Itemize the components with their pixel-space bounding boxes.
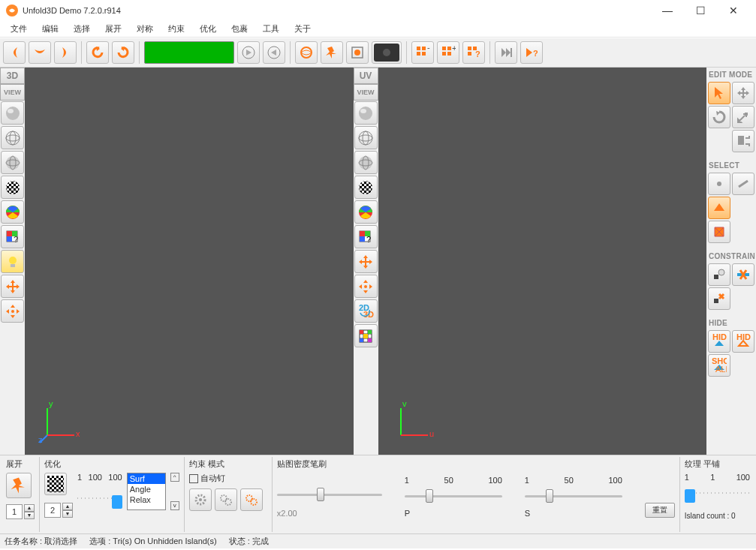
hide-unselected-icon[interactable]: HIDE [732,330,754,353]
uv-move-icon[interactable] [354,250,378,273]
menu-tools[interactable]: 工具 [257,22,285,36]
grid-plus-icon[interactable]: + [437,41,459,64]
optimize-slider[interactable] [77,486,122,509]
hide-selected-icon[interactable]: HIDE [708,330,730,353]
stop-play-button[interactable] [263,41,285,64]
menu-symmetry[interactable]: 对称 [131,22,159,36]
optimize-checker-icon[interactable] [44,473,67,495]
optimize-step-down[interactable]: ▼ [62,510,73,518]
list-surf[interactable]: Surf [128,473,165,484]
optimize-step-value: 2 [44,503,61,518]
list-relax[interactable]: Relax [128,494,165,505]
constrain-cut-icon[interactable] [732,263,754,286]
uv-cube-help-icon[interactable]: ? [354,225,378,248]
menu-constraint[interactable]: 约束 [162,22,191,36]
list-scroll-up[interactable]: ^ [170,473,179,482]
gear-1-icon[interactable] [189,488,212,511]
undo-button[interactable] [86,41,109,64]
edit-cursor-icon[interactable] [708,82,730,104]
view-sphere-shaded-icon[interactable] [1,101,24,125]
uv-checker-icon[interactable] [354,176,378,199]
close-button[interactable]: ✕ [717,0,750,21]
auto-pin-checkbox[interactable] [189,474,198,483]
texture-slider[interactable] [685,486,750,504]
gear-3-icon[interactable] [240,488,263,511]
list-scroll-down[interactable]: v [170,501,179,510]
redo-button[interactable] [112,41,134,64]
view-move-alt-icon[interactable] [1,299,24,323]
grid-minus-icon[interactable]: - [411,41,434,64]
edit-transform-icon[interactable] [732,130,754,152]
record-icon[interactable] [346,41,369,64]
edit-scale-icon[interactable] [732,106,754,128]
tool-arrow-down-icon[interactable] [29,41,51,64]
status-task: 任务名称 : 取消选择 [5,536,77,547]
gear-2-icon[interactable] [215,488,237,511]
select-island-icon[interactable] [708,221,730,243]
optimize-stepper[interactable]: 2 ▲▼ [44,503,73,518]
brush-reset-button[interactable]: 重置 [645,503,675,518]
svg-point-26 [6,156,20,170]
select-vertex-icon[interactable] [708,173,730,195]
uv-badge: UV [354,68,378,84]
3d-viewport[interactable]: y x z [25,68,354,455]
titlebar: Unfold3D Demo 7.2.0.r914 — ☐ ✕ [0,0,756,21]
star-icon[interactable] [321,41,343,64]
view-wireframe-shaded-icon[interactable] [1,151,24,174]
brush-p-slider[interactable] [405,489,502,503]
tool-arrow-left-icon[interactable] [3,41,26,64]
svg-point-81 [717,182,721,186]
menu-about[interactable]: 关于 [288,22,317,36]
camera-icon[interactable] [372,41,402,64]
brush-x-slider[interactable] [277,488,382,501]
unfold-button[interactable] [6,473,32,498]
unfold-step-up[interactable]: ▲ [24,504,35,512]
view-move-icon[interactable] [1,275,24,298]
play-help-icon[interactable]: ? [520,41,543,64]
uv-2d3d-icon[interactable]: 2D3D [354,299,378,323]
svg-text:-: - [427,45,430,52]
minimize-button[interactable]: — [651,0,684,21]
unfold-step-down[interactable]: ▼ [24,512,35,519]
list-angle[interactable]: Angle [128,484,165,494]
view-wireframe-globe-icon[interactable] [1,126,24,149]
menu-file[interactable]: 文件 [5,22,33,36]
select-edge-icon[interactable] [732,173,754,195]
play-button[interactable] [237,41,260,64]
optimize-step-up[interactable]: ▲ [62,503,73,510]
uv-grid-icon[interactable] [354,324,378,347]
constrain-clear-icon[interactable] [708,287,730,310]
view-rainbow-icon[interactable] [1,200,24,224]
brush-s-slider[interactable] [525,489,622,503]
maximize-button[interactable]: ☐ [684,0,717,21]
constrain-pin-icon[interactable] [708,263,730,286]
menu-select[interactable]: 选择 [68,22,96,36]
constraint-section: 约束 模式 自动钉 [185,457,273,532]
view-cube-help-icon[interactable]: ? [1,225,24,248]
menu-pack[interactable]: 包裹 [225,22,254,36]
grid-help-icon[interactable]: ? [462,41,485,64]
uv-wireframe-shaded-icon[interactable] [354,151,378,174]
menu-unfold[interactable]: 展开 [99,22,128,36]
view-checker-icon[interactable] [1,176,24,199]
uv-move-alt-icon[interactable] [354,275,378,298]
uv-rainbow-icon[interactable] [354,200,378,224]
show-all-icon[interactable]: SHOWALL [708,354,730,377]
edit-rotate-icon[interactable] [708,106,730,128]
menu-edit[interactable]: 编辑 [36,22,65,36]
uv-viewport[interactable]: v u [378,68,707,455]
globe-refresh-icon[interactable] [295,41,318,64]
edit-move-icon[interactable] [732,82,754,104]
tool-arrow-right-icon[interactable] [54,41,77,64]
unfold-stepper[interactable]: 1 ▲▼ [6,504,35,519]
uv-sphere-icon[interactable] [354,101,378,125]
optimize-slider-thumb[interactable] [112,495,122,509]
texture-slider-thumb[interactable] [685,489,695,503]
uv-wireframe-icon[interactable] [354,126,378,149]
select-face-icon[interactable] [708,197,730,219]
svg-point-4 [354,50,360,56]
view-light-icon[interactable] [1,250,24,273]
menu-optimize[interactable]: 优化 [194,22,222,36]
optimize-mode-list[interactable]: Surf Angle Relax [127,473,166,510]
skip-end-icon[interactable] [495,41,517,64]
